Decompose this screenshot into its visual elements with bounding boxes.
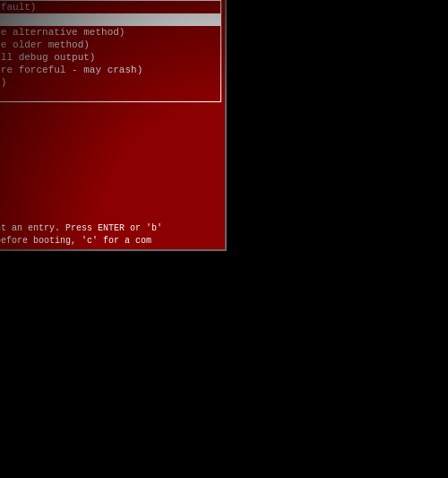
footer-line-1: Use the ↑ and ↓ keys to highlight an ent…: [0, 222, 221, 235]
grub-footer: Use the ↑ and ↓ keys to highlight an ent…: [0, 221, 225, 249]
menu-item-2[interactable]: Windows with SLIC Loader (use alternativ…: [0, 26, 220, 39]
menu-item-7[interactable]: Grub Command Line: [0, 89, 220, 101]
grub-menu: Windows with SLIC Loader (default) Windo…: [0, 0, 221, 102]
menu-item-3[interactable]: Windows with SLIC Loader (use older meth…: [0, 39, 220, 51]
menu-item-4[interactable]: Windows with SLIC Loader (full debug out…: [0, 51, 220, 64]
menu-item-6[interactable]: Load External Menu (menu.lst): [0, 76, 220, 89]
menu-item-1[interactable]: Windows without Loader: [0, 13, 220, 26]
grub-screen: GRUB4DOS 0.4.4 2009-09-03, Memory: 634K …: [0, 0, 225, 249]
menu-item-0[interactable]: Windows with SLIC Loader (default): [0, 1, 220, 13]
monitor-area: GRUB4DOS 0.4.4 2009-09-03, Memory: 634K …: [0, 0, 227, 251]
footer-line-2: Press 'e' to edit the commands before bo…: [0, 235, 221, 248]
screen-container: GRUB4DOS 0.4.4 2009-09-03, Memory: 634K …: [0, 0, 448, 478]
menu-item-5[interactable]: Windows with SLIC Loader (more forceful …: [0, 64, 220, 76]
silhouette-shape-2: [332, 397, 421, 478]
